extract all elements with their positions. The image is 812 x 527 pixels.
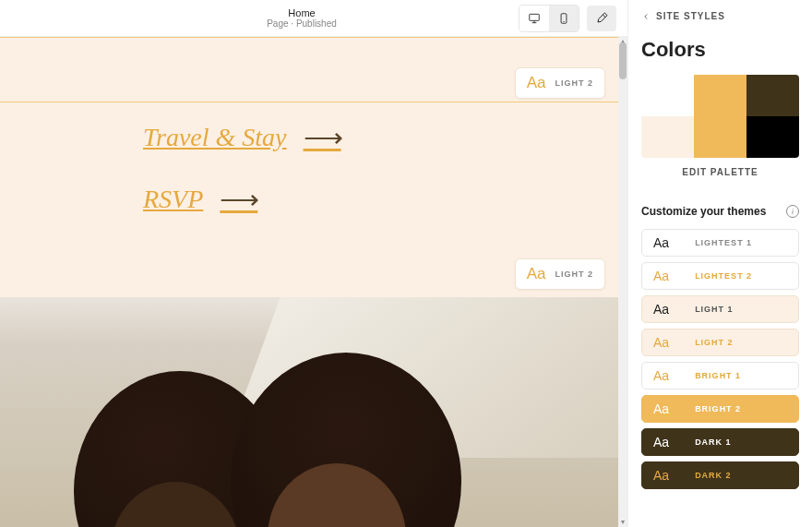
hero-image-section <box>0 297 627 527</box>
scrollbar-thumb[interactable] <box>619 42 627 79</box>
page-info[interactable]: Home Page · Published <box>267 7 337 29</box>
palette-swatch[interactable] <box>641 75 694 116</box>
theme-label: BRIGHT 1 <box>695 371 741 380</box>
theme-aa: Aa <box>653 435 669 449</box>
page-status: Page · Published <box>267 18 337 29</box>
badge-label: LIGHT 2 <box>555 78 593 88</box>
theme-item[interactable]: AaDARK 2 <box>641 461 799 489</box>
desktop-icon <box>528 12 541 25</box>
chevron-left-icon <box>641 12 651 21</box>
svg-rect-0 <box>530 14 540 20</box>
customize-header: Customize your themes i <box>641 205 799 218</box>
theme-aa: Aa <box>653 335 669 350</box>
badge-aa: Aa <box>527 265 546 283</box>
nav-link-travel-stay[interactable]: Travel & Stay ⟶ <box>143 121 341 153</box>
palette-swatch[interactable] <box>694 116 746 158</box>
theme-label: BRIGHT 2 <box>695 404 741 413</box>
edit-palette-button[interactable]: EDIT PALETTE <box>641 167 799 177</box>
color-palette[interactable] <box>641 75 799 158</box>
preview-area: Home Page · Published Aa LIGHT 2 <box>0 0 627 527</box>
theme-label: LIGHT 2 <box>695 338 734 347</box>
theme-list: AaLIGHTEST 1AaLIGHTEST 2AaLIGHT 1AaLIGHT… <box>641 229 799 489</box>
styles-brush-button[interactable] <box>587 6 616 31</box>
theme-aa: Aa <box>653 302 669 317</box>
theme-item[interactable]: AaDARK 1 <box>641 428 799 456</box>
theme-aa: Aa <box>653 468 669 483</box>
palette-swatch[interactable] <box>746 75 799 116</box>
palette-swatch[interactable] <box>641 116 694 158</box>
panel-title: Colors <box>641 38 799 62</box>
device-toggle-group <box>519 5 579 32</box>
theme-item[interactable]: AaBRIGHT 2 <box>641 395 799 423</box>
theme-aa: Aa <box>653 235 669 250</box>
theme-item[interactable]: AaLIGHTEST 1 <box>641 229 799 257</box>
mobile-view-button[interactable] <box>549 6 579 31</box>
page-title: Home <box>267 7 337 18</box>
nav-link-rsvp[interactable]: RSVP ⟶ <box>143 183 341 215</box>
arrow-right-icon: ⟶ <box>304 121 341 153</box>
desktop-view-button[interactable] <box>519 6 549 31</box>
info-icon[interactable]: i <box>786 205 799 218</box>
arrow-right-icon: ⟶ <box>220 183 257 215</box>
theme-item[interactable]: AaLIGHTEST 2 <box>641 262 799 290</box>
theme-aa: Aa <box>653 401 669 416</box>
theme-item[interactable]: AaLIGHT 2 <box>641 329 799 356</box>
palette-swatch[interactable] <box>746 116 799 158</box>
nav-link-label: Travel & Stay <box>143 123 287 152</box>
theme-item[interactable]: AaLIGHT 1 <box>641 295 799 323</box>
palette-swatch[interactable] <box>694 75 746 116</box>
nav-link-label: RSVP <box>143 185 203 214</box>
theme-label: LIGHTEST 1 <box>695 238 752 247</box>
site-styles-panel: SITE STYLES Colors EDIT PALETTE Customiz… <box>627 0 812 527</box>
back-to-site-styles[interactable]: SITE STYLES <box>641 11 799 21</box>
back-label: SITE STYLES <box>656 11 725 21</box>
theme-item[interactable]: AaBRIGHT 1 <box>641 362 799 389</box>
badge-label: LIGHT 2 <box>555 269 593 279</box>
page-canvas[interactable]: Aa LIGHT 2 Travel & Stay ⟶ RSVP ⟶ Aa LIG… <box>0 37 627 527</box>
theme-label: LIGHT 1 <box>695 305 734 314</box>
section-light: Aa LIGHT 2 Travel & Stay ⟶ RSVP ⟶ Aa LIG… <box>0 37 627 297</box>
brush-icon <box>594 11 609 26</box>
nav-links: Travel & Stay ⟶ RSVP ⟶ <box>143 121 341 245</box>
theme-aa: Aa <box>653 368 669 383</box>
theme-label: DARK 2 <box>695 471 732 480</box>
scrollbar[interactable]: ▴ ▾ <box>618 37 627 527</box>
theme-badge-bottom[interactable]: Aa LIGHT 2 <box>515 258 605 290</box>
theme-aa: Aa <box>653 269 669 283</box>
theme-label: LIGHTEST 2 <box>695 271 752 281</box>
theme-badge-top[interactable]: Aa LIGHT 2 <box>515 67 605 99</box>
customize-label: Customize your themes <box>641 205 766 218</box>
badge-aa: Aa <box>527 74 546 92</box>
top-bar: Home Page · Published <box>0 0 627 37</box>
mobile-icon <box>557 12 570 25</box>
scroll-down-icon[interactable]: ▾ <box>618 518 627 527</box>
theme-label: DARK 1 <box>695 437 732 447</box>
